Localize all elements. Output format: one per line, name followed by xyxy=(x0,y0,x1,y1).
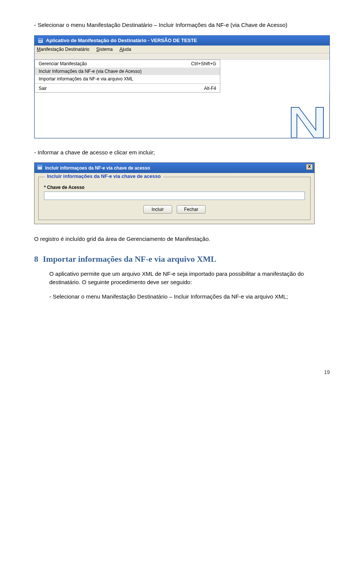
incluir-button[interactable]: Incluir xyxy=(143,205,172,214)
toolbar-strip xyxy=(35,53,329,60)
dialog-window: Incluir informaçoes da NF-e via chave de… xyxy=(34,162,315,224)
menu-item-shortcut: Ctrl+Shift+G xyxy=(191,61,216,66)
app-titlebar: Aplicativo de Manifestação do Destinatár… xyxy=(35,36,329,46)
menu-ajuda[interactable]: Ajuda xyxy=(119,47,131,52)
fieldset-legend: Incluir informações da NF-e via chave de… xyxy=(45,173,163,179)
menubar: Manifestação Destinatário Sistema Ajuda xyxy=(35,46,329,53)
menu-item-sair[interactable]: Sair Alt-F4 xyxy=(35,85,220,92)
fechar-button[interactable]: Fechar xyxy=(177,205,206,214)
page-number: 19 xyxy=(34,369,330,375)
dropdown-menu: Gerenciar Manifestação Ctrl+Shift+G Incl… xyxy=(35,60,220,93)
dialog-button-row: Incluir Fechar xyxy=(44,205,305,214)
after-dialog-text: O registro é incluído grid da área de Ge… xyxy=(34,235,330,244)
menu-item-label: Gerenciar Manifestação xyxy=(39,61,87,66)
menu-item-importar-xml[interactable]: Importar informações da NF-e via arquivo… xyxy=(35,75,220,83)
after-app-text: - Informar a chave de acesso e clicar em… xyxy=(34,148,330,157)
app-window: Aplicativo de Manifestação do Destinatár… xyxy=(34,35,330,138)
menu-item-shortcut: Alt-F4 xyxy=(204,86,216,91)
menu-item-incluir-chave[interactable]: Incluir Informações da NF-e (via Chave d… xyxy=(35,68,220,75)
section-title: Importar informações da NF-e via arquivo… xyxy=(43,254,216,264)
section-paragraph-1: O aplicativo permite que um arquivo XML … xyxy=(49,270,330,287)
menu-item-label: Sair xyxy=(39,86,47,91)
intro-instruction: - Selecionar o menu Manifestação Destina… xyxy=(34,21,330,30)
menu-item-label: Importar informações da NF-e via arquivo… xyxy=(39,76,133,82)
close-button[interactable]: X xyxy=(306,164,313,170)
menu-item-gerenciar[interactable]: Gerenciar Manifestação Ctrl+Shift+G xyxy=(35,60,220,68)
menu-item-label: Incluir Informações da NF-e (via Chave d… xyxy=(39,69,141,74)
dialog-titlebar: Incluir informaçoes da NF-e via chave de… xyxy=(35,163,314,173)
menu-sistema[interactable]: Sistema xyxy=(96,47,113,52)
dialog-fieldset: Incluir informações da NF-e via chave de… xyxy=(38,177,311,220)
chave-label: * Chave de Acesso xyxy=(44,185,305,190)
menu-manifestacao[interactable]: Manifestação Destinatário xyxy=(37,47,89,52)
section-number: 8 xyxy=(34,254,38,264)
section-paragraph-2: - Selecionar o menu Manifestação Destina… xyxy=(49,292,330,301)
logo-n xyxy=(284,104,329,138)
menu-separator xyxy=(35,83,220,84)
dialog-icon xyxy=(37,164,43,171)
app-icon xyxy=(38,38,44,44)
chave-input[interactable] xyxy=(44,192,305,200)
app-body xyxy=(35,93,329,138)
dialog-title-text: Incluir informaçoes da NF-e via chave de… xyxy=(45,165,150,171)
app-title-text: Aplicativo de Manifestação do Destinatár… xyxy=(46,38,197,43)
section-heading: 8Importar informações da NF-e via arquiv… xyxy=(34,254,330,264)
